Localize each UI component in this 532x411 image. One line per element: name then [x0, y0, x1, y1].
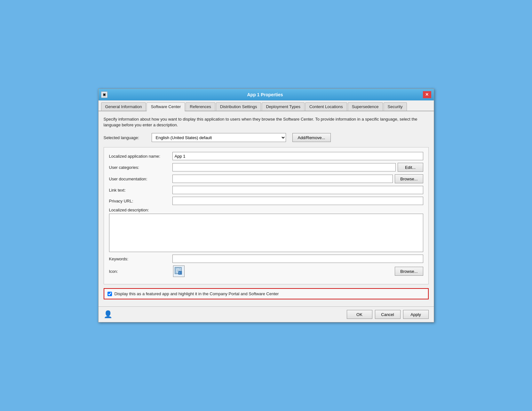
tab-supersedence[interactable]: Supersedence [348, 102, 383, 111]
keywords-label: Keywords: [109, 257, 170, 261]
user-documentation-field-group: Browse... [172, 174, 423, 183]
tab-deployment-types[interactable]: Deployment Types [262, 102, 304, 111]
app-name-row: Localized application name: [109, 152, 423, 160]
user-documentation-input[interactable] [172, 175, 393, 183]
icon-label: Icon: [109, 269, 170, 274]
user-categories-edit-button[interactable]: Edit... [398, 163, 423, 172]
user-documentation-row: User documentation: Browse... [109, 174, 423, 183]
keywords-input[interactable] [172, 255, 423, 263]
bottom-left: 👤 [104, 310, 112, 319]
featured-row: Display this as a featured app and highl… [104, 288, 429, 299]
bottom-bar: 👤 OK Cancel Apply [99, 306, 434, 322]
privacy-url-label: Privacy URL: [109, 199, 170, 203]
bottom-right: OK Cancel Apply [347, 310, 429, 319]
title-bar-icon: ▣ [101, 91, 107, 98]
link-text-input[interactable] [172, 186, 423, 194]
privacy-url-row: Privacy URL: [109, 197, 423, 205]
localized-description-textarea[interactable] [109, 214, 423, 252]
tab-content-locations[interactable]: Content Locations [305, 102, 347, 111]
icon-preview: ! [173, 265, 185, 277]
localized-description-row: Localized description: [109, 208, 423, 252]
language-select[interactable]: English (United States) default [152, 133, 286, 142]
privacy-url-input[interactable] [172, 197, 423, 205]
app-name-label: Localized application name: [109, 154, 170, 159]
tabs-bar: General Information Software Center Refe… [99, 100, 434, 111]
tab-references[interactable]: References [186, 102, 215, 111]
description-text: Specify information about how you want t… [104, 116, 429, 128]
user-categories-field-group: Edit... [172, 163, 423, 172]
cancel-button[interactable]: Cancel [375, 310, 401, 319]
dialog-window: ▣ App 1 Properties ✕ General Information… [98, 89, 434, 322]
ok-button[interactable]: OK [347, 310, 372, 319]
window-title: App 1 Properties [107, 92, 423, 97]
close-button[interactable]: ✕ [423, 91, 431, 98]
title-bar: ▣ App 1 Properties ✕ [99, 89, 434, 100]
featured-label[interactable]: Display this as a featured app and highl… [115, 291, 279, 296]
icon-browse-button[interactable]: Browse... [395, 267, 423, 276]
language-row: Selected language: English (United State… [104, 133, 429, 142]
svg-text:!: ! [179, 272, 180, 274]
tab-distribution-settings[interactable]: Distribution Settings [216, 102, 261, 111]
content-area: Specify information about how you want t… [99, 111, 434, 306]
tab-software-center[interactable]: Software Center [147, 102, 185, 111]
svg-rect-5 [179, 271, 182, 274]
tab-security[interactable]: Security [384, 102, 407, 111]
user-categories-row: User categories: Edit... [109, 163, 423, 172]
user-categories-input[interactable] [172, 163, 396, 171]
keywords-row: Keywords: [109, 255, 423, 263]
link-text-row: Link text: [109, 186, 423, 194]
localized-description-label: Localized description: [109, 208, 423, 212]
add-remove-button[interactable]: Add/Remove... [292, 133, 331, 142]
icon-row: Icon: ! Browse... [109, 265, 423, 277]
app-name-input[interactable] [172, 152, 423, 160]
tab-general-information[interactable]: General Information [101, 102, 146, 111]
apply-button[interactable]: Apply [403, 310, 429, 319]
form-panel: Localized application name: User categor… [104, 147, 429, 284]
user-documentation-browse-button[interactable]: Browse... [395, 174, 423, 183]
user-categories-label: User categories: [109, 165, 170, 170]
user-icon: 👤 [104, 310, 112, 319]
link-text-label: Link text: [109, 188, 170, 193]
language-label: Selected language: [104, 135, 148, 140]
user-documentation-label: User documentation: [109, 177, 170, 181]
featured-checkbox[interactable] [107, 292, 112, 296]
